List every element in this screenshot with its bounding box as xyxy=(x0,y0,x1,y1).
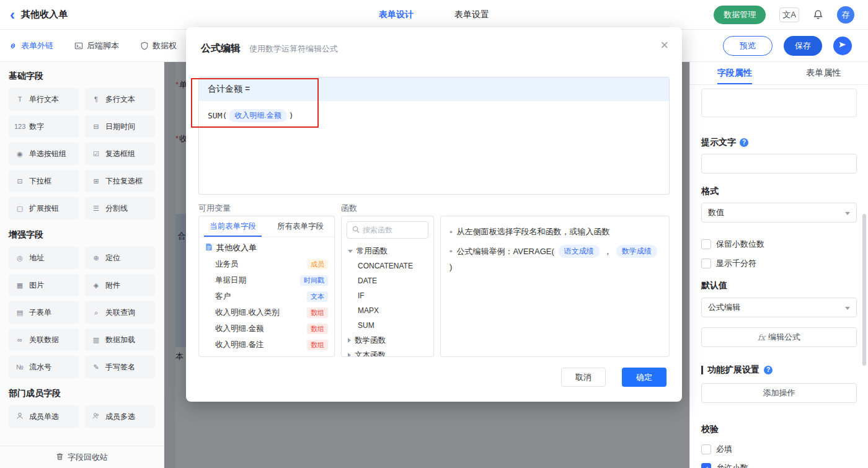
formula-rparen: ) xyxy=(289,111,294,120)
sidebar-item-image[interactable]: ▦图片 xyxy=(9,274,79,296)
share-button[interactable] xyxy=(833,37,852,55)
tab-field-properties[interactable]: 字段属性 xyxy=(717,62,752,84)
default-value-select[interactable]: 公式编辑 xyxy=(701,298,857,317)
function-item-if[interactable]: IF xyxy=(342,288,433,303)
scrollbar-thumb[interactable] xyxy=(862,214,866,366)
sidebar-item-checkbox-group[interactable]: ☑复选框组 xyxy=(85,143,155,165)
tab-all-form-fields[interactable]: 所有表单字段 xyxy=(267,216,334,237)
checkbox-icon[interactable] xyxy=(701,258,711,268)
field-label: 扩展按钮 xyxy=(29,203,59,214)
variables-tree-root[interactable]: 其他收入单 xyxy=(199,237,334,256)
variable-row[interactable]: 单据日期时间戳 xyxy=(199,272,334,288)
thousands-checkbox[interactable]: 显示千分符 xyxy=(701,258,857,269)
overflow-input[interactable] xyxy=(701,89,857,117)
data-manage-button[interactable]: 数据管理 xyxy=(714,6,766,24)
function-group-math[interactable]: 数学函数 xyxy=(342,333,433,348)
sidebar-item-datetime[interactable]: ⊟日期时间 xyxy=(85,115,155,138)
close-icon[interactable]: × xyxy=(660,38,668,52)
help-icon[interactable] xyxy=(740,138,748,147)
sidebar-item-member-multi[interactable]: 成员多选 xyxy=(85,405,155,428)
variable-row[interactable]: 收入明细.备注数组 xyxy=(199,337,334,353)
variable-row[interactable]: 收入明细.收入类别数组 xyxy=(199,304,334,320)
sidebar-item-related-data[interactable]: ∞关联数据 xyxy=(9,329,79,351)
toolbar-item-data-permission[interactable]: 数据权 xyxy=(140,40,177,51)
variable-row[interactable]: 收入明细.金额数组 xyxy=(199,320,334,337)
checkbox-icon[interactable] xyxy=(701,239,711,249)
help-example: 公式编辑举例：AVERAGE( 语文成绩 ， 数学成绩 ) xyxy=(450,245,660,272)
section-accent-bar xyxy=(701,366,703,374)
sidebar-item-attachment[interactable]: ◈附件 xyxy=(85,274,155,296)
variable-row[interactable]: 客户文本 xyxy=(199,288,334,304)
sidebar-item-lookup-query[interactable]: ⌕关联查询 xyxy=(85,301,155,324)
sidebar-item-divider[interactable]: ☰分割线 xyxy=(85,197,155,219)
avatar[interactable]: 存 xyxy=(837,6,854,24)
function-item-sum[interactable]: SUM xyxy=(342,318,433,333)
tab-current-form-fields[interactable]: 当前表单字段 xyxy=(199,216,267,237)
tab-form-settings[interactable]: 表单设置 xyxy=(454,9,489,20)
field-label: 日期时间 xyxy=(105,121,135,132)
checkbox-label: 显示千分符 xyxy=(716,258,756,269)
toolbar-item-label: 表单外链 xyxy=(21,40,53,51)
field-palette-sidebar: 基础字段 T单行文本 ¶多行文本 123数字 ⊟日期时间 ◉单选按钮组 ☑复选框… xyxy=(0,62,164,468)
help-icon[interactable] xyxy=(764,366,773,374)
edit-formula-button[interactable]: fx 编辑公式 xyxy=(701,327,857,347)
field-chip[interactable]: 收入明细.金额 xyxy=(229,109,286,122)
confirm-button[interactable]: 确定 xyxy=(622,368,666,387)
sidebar-item-number[interactable]: 123数字 xyxy=(9,115,79,138)
field-recycle-bin[interactable]: 字段回收站 xyxy=(0,446,164,468)
type-tag: 数组 xyxy=(307,307,328,318)
type-tag: 成员 xyxy=(307,259,328,270)
sidebar-item-serial-number[interactable]: №流水号 xyxy=(9,356,79,378)
sidebar-item-address[interactable]: ◎地址 xyxy=(9,247,79,269)
allow-decimal-checkbox[interactable]: 允许小数 xyxy=(701,462,857,468)
toolbar-item-external-link[interactable]: 表单外链 xyxy=(9,40,53,51)
preview-button[interactable]: 预览 xyxy=(723,36,773,56)
hint-text-input[interactable] xyxy=(701,154,857,174)
sidebar-item-dropdown[interactable]: ⊡下拉框 xyxy=(9,170,79,192)
checkbox-label: 允许小数 xyxy=(716,462,748,468)
formula-help-panel: 从左侧面板选择字段名和函数，或输入函数 公式编辑举例：AVERAGE( 语文成绩… xyxy=(440,216,670,357)
properties-panel: 字段属性 表单属性 提示文字 格式 数值 保留小数位数 显示千分符 默认值 公式… xyxy=(689,62,868,468)
tab-form-design[interactable]: 表单设计 xyxy=(379,9,414,20)
checkbox-icon[interactable] xyxy=(701,444,711,454)
multiline-text-icon: ¶ xyxy=(91,95,102,103)
cancel-button[interactable]: 取消 xyxy=(561,368,606,387)
sidebar-item-signature[interactable]: ✎手写签名 xyxy=(85,356,155,378)
function-group-text[interactable]: 文本函数 xyxy=(342,348,433,357)
variables-panel: 当前表单字段 所有表单字段 其他收入单 业务员成员 单据日期时间戳 客户文本 收… xyxy=(198,216,335,357)
sidebar-item-subform[interactable]: ▤子表单 xyxy=(9,301,79,324)
sidebar-item-extend-button[interactable]: ▢扩展按钮 xyxy=(9,197,79,219)
function-search-input[interactable] xyxy=(363,226,423,234)
toolbar-item-backend-script[interactable]: 后端脚本 xyxy=(74,40,119,51)
sidebar-item-dropdown-multi[interactable]: ⊞下拉复选框 xyxy=(85,170,155,192)
back-icon[interactable]: ‹ xyxy=(10,9,15,21)
function-item-date[interactable]: DATE xyxy=(342,273,433,288)
sidebar-item-multiline-text[interactable]: ¶多行文本 xyxy=(85,88,155,110)
function-item-concatenate[interactable]: CONCATENATE xyxy=(342,258,433,273)
address-icon: ◎ xyxy=(14,254,25,262)
checkbox-checked-icon[interactable] xyxy=(701,463,711,468)
function-search[interactable] xyxy=(347,221,428,239)
save-button[interactable]: 保存 xyxy=(784,36,822,56)
sidebar-item-single-line-text[interactable]: T单行文本 xyxy=(9,88,79,110)
function-item-mapx[interactable]: MAPX xyxy=(342,303,433,318)
language-icon[interactable]: 文A xyxy=(779,7,799,22)
formula-editor[interactable]: 合计金额 = SUM( 收入明细.金额 ) xyxy=(198,77,670,195)
function-group-common[interactable]: 常用函数 xyxy=(342,244,433,258)
keep-decimals-checkbox[interactable]: 保留小数位数 xyxy=(701,239,857,250)
radio-group-icon: ◉ xyxy=(14,150,25,158)
section-title-member-fields: 部门成员字段 xyxy=(9,388,155,399)
bell-icon[interactable] xyxy=(813,9,823,20)
sidebar-item-radio-group[interactable]: ◉单选按钮组 xyxy=(9,143,79,165)
toolbar-item-label: 后端脚本 xyxy=(87,40,119,51)
sidebar-item-data-load[interactable]: ▥数据加载 xyxy=(85,329,155,351)
add-action-button[interactable]: 添加操作 xyxy=(701,383,857,403)
sidebar-item-location[interactable]: ⊕定位 xyxy=(85,247,155,269)
required-checkbox[interactable]: 必填 xyxy=(701,444,857,455)
tab-form-properties[interactable]: 表单属性 xyxy=(806,62,841,84)
variable-row[interactable]: 业务员成员 xyxy=(199,256,334,272)
format-select[interactable]: 数值 xyxy=(701,203,857,223)
recycle-label: 字段回收站 xyxy=(68,452,108,463)
sidebar-item-member-single[interactable]: 成员单选 xyxy=(9,405,79,428)
serial-number-icon: № xyxy=(14,363,25,371)
